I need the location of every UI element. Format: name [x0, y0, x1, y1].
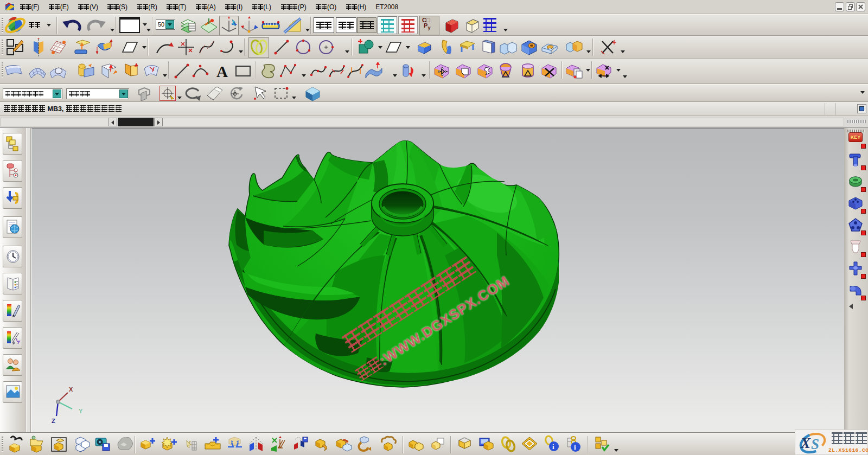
svg-text:X: X — [69, 386, 73, 393]
svg-text:i: i — [574, 443, 576, 451]
svg-text:X: X — [800, 435, 811, 451]
svg-text:Y: Y — [79, 408, 83, 414]
svg-text:Z: Z — [52, 418, 55, 424]
svg-text:i: i — [552, 443, 554, 451]
svg-text:S: S — [811, 436, 819, 452]
